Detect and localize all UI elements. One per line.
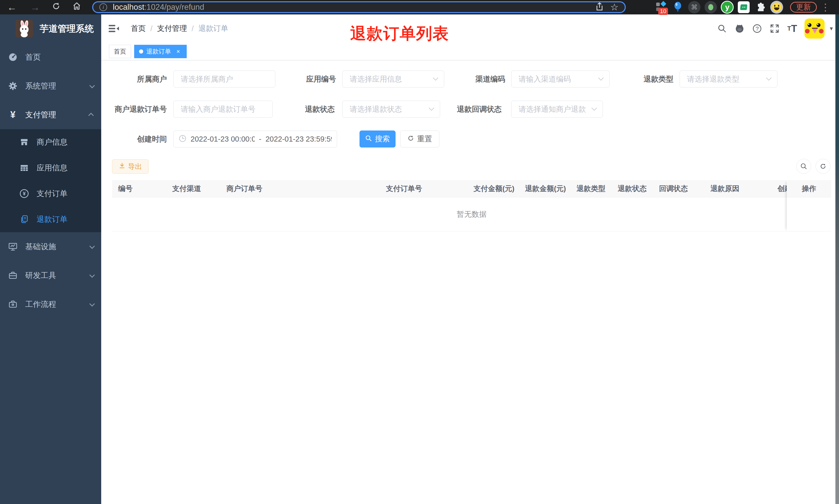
date-separator: - xyxy=(259,135,262,143)
breadcrumb-home[interactable]: 首页 xyxy=(131,23,146,34)
date-end-value[interactable]: 2022-01-23 23:59:59 xyxy=(266,135,332,143)
screenshot-annotation: 退款订单列表 xyxy=(350,23,449,44)
app-select xyxy=(342,71,444,88)
sidebar-item-refund-order[interactable]: 退款订单 xyxy=(0,206,101,232)
breadcrumb-current: 退款订单 xyxy=(198,23,228,34)
empty-data-text: 暂无数据 xyxy=(457,209,487,220)
column-header: 支付金额(元) xyxy=(467,184,519,194)
notify-status-select xyxy=(511,101,603,118)
extension-tabs-icon[interactable]: 10 xyxy=(655,1,668,14)
dashboard-icon xyxy=(7,53,19,62)
merchant-input[interactable] xyxy=(173,71,275,88)
tags-view: 首页 退款订单 × xyxy=(101,43,839,60)
share-icon[interactable] xyxy=(595,2,604,12)
browser-forward-icon[interactable]: → xyxy=(30,0,40,14)
date-start-value[interactable]: 2022-01-23 00:00:00 xyxy=(191,135,255,143)
window-edge-scrollbar xyxy=(835,14,839,504)
refund-table: 编号 支付渠道 商户订单号 支付订单号 支付金额(元) 退款金额(元) 退款类型… xyxy=(112,180,831,231)
refund-type-select xyxy=(680,71,778,88)
extension-chat-icon[interactable] xyxy=(737,1,750,14)
browser-update-button[interactable]: 更新 xyxy=(790,2,817,13)
show-search-toggle-button[interactable] xyxy=(796,159,811,174)
site-info-icon[interactable]: i xyxy=(100,3,107,11)
bookmark-star-icon[interactable]: ☆ xyxy=(610,2,619,13)
channel-select-input[interactable] xyxy=(511,71,610,88)
tag-close-icon[interactable]: × xyxy=(175,48,182,55)
column-header: 退款金额(元) xyxy=(519,184,570,194)
browser-back-icon[interactable]: ← xyxy=(7,0,17,14)
svg-text:?: ? xyxy=(755,25,758,32)
merchant-refund-no-field xyxy=(173,101,273,118)
sidebar-item-system[interactable]: 系统管理 xyxy=(0,72,101,101)
briefcase-icon xyxy=(7,300,19,309)
shop-icon xyxy=(19,138,30,146)
sidebar-item-workflow[interactable]: 工作流程 xyxy=(0,290,101,319)
extensions-puzzle-icon[interactable] xyxy=(753,1,767,14)
refund-type-select-input[interactable] xyxy=(680,71,778,88)
refund-order-icon xyxy=(19,215,30,224)
extension-badge: 10 xyxy=(658,8,668,15)
channel-select xyxy=(511,71,610,88)
browser-home-icon[interactable] xyxy=(72,0,82,14)
search-button[interactable]: 搜索 xyxy=(359,130,395,147)
merchant-refund-no-input[interactable] xyxy=(173,101,273,118)
font-size-icon[interactable]: TT xyxy=(783,23,801,34)
extension-dot-icon[interactable] xyxy=(704,1,717,14)
user-avatar[interactable] xyxy=(804,19,825,39)
export-button[interactable]: 导出 xyxy=(112,159,148,174)
filter-label-refund-type: 退款类型 xyxy=(640,71,674,88)
sidebar: 芋道管理系统 首页 系统管理 ¥ 支付管理 商户信息 应用信息 xyxy=(0,14,101,504)
app-title: 芋道管理系统 xyxy=(40,23,94,35)
sidebar-item-merchant-info[interactable]: 商户信息 xyxy=(0,129,101,155)
table-empty-row: 暂无数据 xyxy=(112,197,831,231)
github-icon[interactable] xyxy=(731,24,748,34)
chevron-down-icon xyxy=(89,272,95,277)
app-logo[interactable]: 芋道管理系统 xyxy=(0,14,101,43)
tag-home[interactable]: 首页 xyxy=(109,45,131,58)
sidebar-item-pay-order[interactable]: ¥ 支付订单 xyxy=(0,181,101,206)
filter-label-app: 应用编号 xyxy=(302,71,336,88)
app-select-input[interactable] xyxy=(342,71,444,88)
filter-label-merchant-refund-no: 商户退款订单号 xyxy=(114,101,167,118)
browser-reload-icon[interactable] xyxy=(51,0,61,14)
merchant-select xyxy=(173,71,275,88)
breadcrumb-section[interactable]: 支付管理 xyxy=(157,23,187,34)
profile-avatar-icon[interactable] xyxy=(770,1,783,14)
tag-active-dot xyxy=(139,50,143,54)
help-icon[interactable]: ? xyxy=(748,24,766,34)
refresh-icon xyxy=(407,135,414,143)
url-text: localhost:1024/pay/refund xyxy=(113,3,204,12)
sidebar-collapse-icon[interactable] xyxy=(109,24,119,34)
chevron-down-icon xyxy=(89,243,95,249)
column-header: 回调状态 xyxy=(653,184,704,194)
filter-label-channel: 渠道编码 xyxy=(471,71,505,88)
column-header: 退款原因 xyxy=(704,184,766,194)
sidebar-item-devtools[interactable]: 研发工具 xyxy=(0,261,101,290)
refund-status-select xyxy=(342,101,440,118)
sidebar-item-app-info[interactable]: 应用信息 xyxy=(0,155,101,181)
sidebar-item-home[interactable]: 首页 xyxy=(0,43,101,72)
column-header: 退款类型 xyxy=(570,184,612,194)
extension-y-icon[interactable]: y xyxy=(720,1,734,14)
reset-button[interactable]: 重置 xyxy=(400,130,439,147)
column-header: 商户订单号 xyxy=(220,184,380,194)
extensions-row: 10 ⌘ y xyxy=(655,1,783,14)
extension-gem-icon[interactable] xyxy=(671,1,684,14)
address-bar[interactable]: i localhost:1024/pay/refund ☆ xyxy=(92,1,626,13)
refresh-table-button[interactable] xyxy=(816,159,831,174)
extension-command-icon[interactable]: ⌘ xyxy=(688,1,701,14)
search-icon[interactable] xyxy=(713,24,731,33)
payment-submenu: 商户信息 应用信息 ¥ 支付订单 退款订单 xyxy=(0,129,101,232)
avatar-caret-icon[interactable]: ▼ xyxy=(829,26,834,32)
clock-icon xyxy=(179,134,186,143)
tag-refund-order[interactable]: 退款订单 × xyxy=(134,45,187,58)
fullscreen-icon[interactable] xyxy=(766,24,783,33)
refund-status-select-input[interactable] xyxy=(342,101,440,118)
notify-status-select-input[interactable] xyxy=(511,101,603,118)
sidebar-item-payment[interactable]: ¥ 支付管理 xyxy=(0,101,101,129)
browser-menu-icon[interactable]: ⋮ xyxy=(820,2,828,13)
sidebar-item-infrastructure[interactable]: 基础设施 xyxy=(0,232,101,261)
breadcrumb: 首页 / 支付管理 / 退款订单 xyxy=(131,14,228,43)
table-fixed-actions-column: 操作 xyxy=(787,180,831,231)
create-time-range-picker[interactable]: 2022-01-23 00:00:00 - 2022-01-23 23:59:5… xyxy=(173,130,337,147)
